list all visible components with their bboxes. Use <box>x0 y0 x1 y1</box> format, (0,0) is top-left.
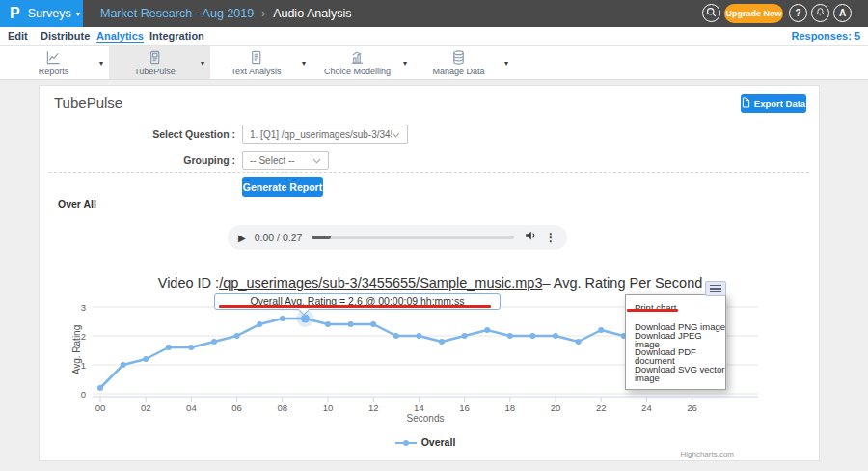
svg-text:2: 2 <box>81 331 86 342</box>
svg-text:12: 12 <box>368 402 379 413</box>
document-icon <box>248 49 264 66</box>
analytics-toolbar: Reports ▾ TubePulse ▾ Text Analysis ▾ Ch… <box>0 46 868 80</box>
section-divider <box>49 172 809 173</box>
toolbar-item-choice-modelling[interactable]: Choice Modelling ▾ <box>312 46 413 79</box>
responses-count[interactable]: Responses: 5 <box>791 30 860 42</box>
svg-text:00: 00 <box>95 402 106 413</box>
questionpro-logo: P <box>10 5 20 22</box>
top-header-bar: P Surveys ▾ Market Research - Aug 2019 ›… <box>0 0 868 27</box>
svg-text:0: 0 <box>81 389 86 400</box>
bell-icon <box>815 7 826 19</box>
legend-marker-icon <box>395 433 417 451</box>
menu-item-download-svg[interactable]: Download SVG vector image <box>626 366 725 383</box>
overall-section-label: Over All <box>58 198 96 209</box>
panel-title: TubePulse <box>54 95 122 111</box>
svg-text:26: 26 <box>687 402 697 413</box>
play-button[interactable]: ▶ <box>238 233 246 243</box>
svg-text:24: 24 <box>641 402 652 413</box>
chart-title: Video ID :/qp_userimages/sub-3/3455655/S… <box>40 275 821 291</box>
seek-bar[interactable] <box>312 236 514 239</box>
database-icon <box>450 49 467 66</box>
export-file-icon <box>742 97 750 110</box>
kebab-menu-icon[interactable]: ⋮ <box>545 231 556 244</box>
breadcrumb: Market Research - Aug 2019 › Audio Analy… <box>100 0 351 27</box>
chevron-down-icon <box>392 129 400 140</box>
chevron-down-icon[interactable]: ▾ <box>403 59 407 68</box>
avatar[interactable]: A <box>833 4 852 22</box>
svg-text:14: 14 <box>414 402 424 413</box>
chevron-down-icon[interactable]: ▾ <box>99 59 103 68</box>
select-question-dropdown[interactable]: 1. [Q1] /qp_userimages/sub-3/3455655/S..… <box>242 125 408 144</box>
search-icon <box>706 7 717 19</box>
svg-text:18: 18 <box>505 402 516 413</box>
upgrade-now-button[interactable]: Upgrade Now <box>724 4 783 23</box>
svg-text:16: 16 <box>459 402 470 413</box>
nav-item-integration[interactable]: Integration <box>149 30 204 42</box>
chevron-down-icon[interactable]: ▾ <box>302 59 306 68</box>
tubepulse-panel: TubePulse Export Data Select Question : … <box>39 85 820 461</box>
annotation-underline-print-chart <box>627 309 678 312</box>
highcharts-credit[interactable]: Highcharts.com <box>541 450 734 458</box>
help-button[interactable]: ? <box>789 4 807 22</box>
chart-title-file-path: /qp_userimages/sub-3/3455655/Sample_musi… <box>219 275 542 291</box>
product-label: Surveys <box>28 7 71 20</box>
annotation-underline-tooltip <box>219 305 491 308</box>
video-report-icon <box>147 49 163 66</box>
volume-icon[interactable] <box>524 229 537 246</box>
breadcrumb-current-page: Audio Analysis <box>273 7 351 20</box>
question-mark-icon: ? <box>795 8 800 18</box>
toolbar-item-manage-data[interactable]: Manage Data ▾ <box>413 46 514 79</box>
line-chart-icon <box>45 49 62 66</box>
chevron-down-icon: ▾ <box>76 10 80 18</box>
notifications-button[interactable] <box>811 4 829 22</box>
hamburger-icon <box>710 285 721 287</box>
svg-text:20: 20 <box>551 402 561 413</box>
svg-text:22: 22 <box>596 402 607 413</box>
svg-text:3: 3 <box>81 302 86 313</box>
breadcrumb-separator: › <box>261 7 265 20</box>
grouping-dropdown[interactable]: -- Select -- <box>242 151 329 170</box>
svg-text:10: 10 <box>323 402 334 413</box>
svg-text:02: 02 <box>141 402 151 413</box>
nav-item-analytics[interactable]: Analytics <box>96 30 144 43</box>
grouping-label: Grouping : <box>40 154 235 166</box>
chevron-down-icon <box>312 155 321 166</box>
legend[interactable]: Overall <box>40 433 811 451</box>
svg-text:06: 06 <box>231 402 242 413</box>
chevron-down-icon[interactable]: ▾ <box>504 59 508 68</box>
chart-context-menu-button[interactable] <box>705 281 726 296</box>
legend-item-overall[interactable]: Overall <box>421 436 456 448</box>
nav-item-edit[interactable]: Edit <box>8 30 28 42</box>
survey-nav: Edit Distribute Analytics Integration Re… <box>0 27 868 46</box>
nav-item-distribute[interactable]: Distribute <box>41 30 90 42</box>
menu-item-print-chart[interactable]: Print chart <box>626 301 725 314</box>
seek-thumb[interactable] <box>312 236 331 239</box>
svg-text:1: 1 <box>81 360 86 371</box>
bar-chart-icon <box>349 49 366 66</box>
breadcrumb-survey-link[interactable]: Market Research - Aug 2019 <box>100 7 254 20</box>
toolbar-item-reports[interactable]: Reports ▾ <box>8 46 109 79</box>
search-button[interactable] <box>702 4 720 22</box>
select-question-label: Select Question : <box>40 128 235 140</box>
export-data-button[interactable]: Export Data <box>741 94 806 113</box>
playback-time: 0:00 / 0:27 <box>255 232 303 243</box>
generate-report-button[interactable]: Generate Report <box>242 177 323 197</box>
chevron-down-icon[interactable]: ▾ <box>201 59 204 68</box>
audio-player: ▶ 0:00 / 0:27 ⋮ <box>228 225 567 250</box>
svg-text:08: 08 <box>278 402 288 413</box>
avatar-letter: A <box>839 8 846 18</box>
product-switcher[interactable]: P Surveys ▾ <box>0 0 83 27</box>
toolbar-item-tubepulse[interactable]: TubePulse ▾ <box>109 46 210 79</box>
toolbar-item-text-analysis[interactable]: Text Analysis ▾ <box>210 46 312 79</box>
svg-text:04: 04 <box>186 402 197 413</box>
x-axis-title: Seconds <box>40 413 811 424</box>
